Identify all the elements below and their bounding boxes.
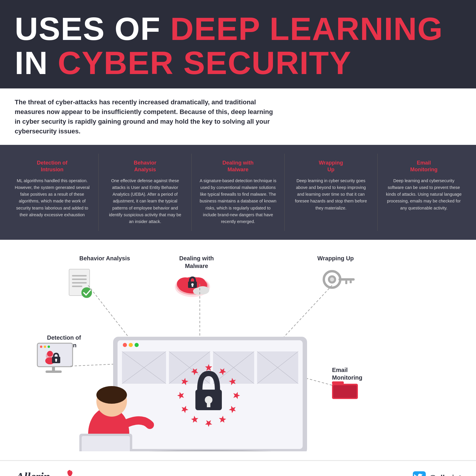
- svg-line-37: [88, 285, 135, 346]
- card-wrapping-up: WrappingUp Deep learning in cyber securi…: [285, 154, 378, 231]
- card-text-wrapping: Deep learning in cyber security goes abo…: [292, 177, 370, 212]
- card-text-detection: ML algorithms handled this operation. Ho…: [13, 177, 91, 218]
- card-title-wrapping: WrappingUp: [292, 160, 370, 173]
- allerin-logo: Allerin: [15, 468, 73, 476]
- header-section: USES OF DEEP LEARNING IN CYBER SECURITY: [0, 0, 476, 88]
- card-behavior-analysis: BehaviorAnalysis One effective defense a…: [99, 154, 192, 231]
- svg-point-78: [96, 386, 127, 404]
- title-cyber-security: CYBER SECURITY: [58, 45, 352, 81]
- card-title-detection: Detection ofIntrusion: [13, 160, 91, 173]
- card-text-malware: A signature-based detection technique is…: [199, 177, 277, 225]
- card-title-behavior: BehaviorAnalysis: [106, 160, 184, 173]
- card-text-behavior: One effective defense against these atta…: [106, 177, 184, 225]
- main-title: USES OF DEEP LEARNING IN CYBER SECURITY: [15, 12, 461, 80]
- subtitle-paragraph: The threat of cyber-attacks has recently…: [15, 97, 279, 136]
- title-deep-learning: DEEP LEARNING: [170, 11, 443, 47]
- svg-rect-73: [207, 402, 210, 407]
- subtitle-section: The threat of cyber-attacks has recently…: [0, 88, 476, 145]
- svg-point-46: [135, 343, 139, 347]
- illustration-section: Behavior Analysis Dealing withMalware Wr…: [0, 240, 476, 460]
- card-email-monitoring: EmailMonitoring Deep learning and cybers…: [378, 154, 470, 231]
- card-detection-intrusion: Detection ofIntrusion ML algorithms hand…: [6, 154, 99, 231]
- card-title-malware: Dealing withMalware: [199, 160, 277, 173]
- footer-section: Allerin @allerint: [0, 460, 476, 476]
- diagram-svg: [9, 252, 464, 451]
- cards-section: Detection ofIntrusion ML algorithms hand…: [0, 145, 476, 240]
- diagram-container: Behavior Analysis Dealing withMalware Wr…: [9, 252, 467, 451]
- twitter-bird-icon: [413, 471, 426, 476]
- svg-point-45: [129, 343, 133, 347]
- card-dealing-malware: Dealing withMalware A signature-based de…: [192, 154, 284, 231]
- title-uses-of: USES OF: [15, 11, 170, 47]
- twitter-handle: @allerint: [429, 473, 461, 476]
- svg-rect-82: [82, 436, 130, 451]
- twitter-section: @allerint: [413, 471, 461, 476]
- card-text-email: Deep learning and cybersecurity software…: [385, 177, 463, 212]
- svg-text:Allerin: Allerin: [15, 470, 50, 476]
- svg-point-44: [123, 343, 127, 347]
- title-in: IN: [15, 45, 58, 81]
- card-title-email: EmailMonitoring: [385, 160, 463, 173]
